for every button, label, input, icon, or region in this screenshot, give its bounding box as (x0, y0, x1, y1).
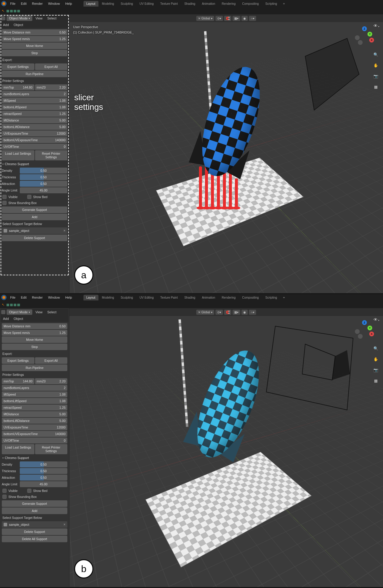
snap-dropdown[interactable]: ▦▾ (232, 310, 240, 315)
field-mmz0[interactable]: mmZ02.20 (35, 378, 68, 384)
btn-add[interactable]: Add (2, 214, 67, 220)
pivot-dropdown[interactable]: ⊙▾ (215, 16, 223, 21)
slider-thickness[interactable]: 0.50 (20, 174, 67, 180)
btn-reset-printer-settings[interactable]: Reset Printer Settings (35, 444, 68, 454)
gizmo-x-axis[interactable]: X (369, 332, 374, 336)
btn-delete-support[interactable]: Delete Support (2, 235, 67, 241)
btn-run-pipeline[interactable]: Run Pipeline (2, 71, 67, 77)
checkbox-visible[interactable] (2, 489, 7, 493)
proportional-toggle[interactable]: ◉ (241, 16, 248, 21)
slider-density[interactable]: 0.50 (20, 168, 67, 174)
btn-add[interactable]: Add (2, 508, 67, 514)
field-retract-speed[interactable]: retractSpeed1.25 (2, 405, 67, 411)
menu-edit[interactable]: Edit (19, 295, 29, 300)
tab-modeling[interactable]: Modeling (99, 1, 117, 7)
gizmo-z-axis[interactable]: Z (362, 320, 367, 325)
field-lift-distance[interactable]: liftDistance5.00 (2, 411, 67, 417)
visibility-toggles-icon[interactable]: 👁 (373, 317, 379, 322)
tab-texture-paint[interactable]: Texture Paint (157, 295, 181, 300)
field-uv-exposure-time[interactable]: UVExposureTime12000 (2, 424, 67, 430)
tab-uv-editing[interactable]: UV Editing (136, 1, 156, 7)
tab-compositing[interactable]: Compositing (239, 295, 262, 300)
btn-reset-printer-settings[interactable]: Reset Printer Settings (35, 150, 68, 160)
snap-toggle[interactable]: 🧲 (224, 16, 231, 21)
field-bottom-uv-exposure-time[interactable]: bottomUVExposureTime140000 (2, 431, 67, 437)
add-workspace-icon[interactable]: + (281, 294, 287, 300)
hdr-object[interactable]: Object (12, 22, 25, 28)
mode-dropdown[interactable]: Object Mode (7, 309, 32, 315)
viewport-3d[interactable]: ⤧ Global ▾ ⊙▾ 🧲 ▦▾ ◉ ∩▾ User Perspective… (69, 14, 383, 293)
add-workspace-icon[interactable]: + (281, 1, 287, 7)
menu-window[interactable]: Window (46, 1, 62, 6)
field-mmtop[interactable]: mmTop144.80 (2, 84, 34, 90)
checkbox-show-bed[interactable] (27, 489, 31, 493)
slider-attraction[interactable]: 0.50 (20, 475, 67, 481)
field-move-distance[interactable]: Move Distance mm0.50 (2, 29, 67, 35)
tab-layout[interactable]: Layout (83, 295, 98, 300)
menu-help[interactable]: Help (63, 1, 75, 6)
slider-angle-limit[interactable]: 45.00 (20, 187, 67, 193)
menu-render[interactable]: Render (30, 1, 45, 6)
snap-icons[interactable]: ▦▦▦▦ (6, 303, 21, 307)
orientation-dropdown[interactable]: ⤧ Global ▾ (196, 16, 214, 21)
btn-export-all[interactable]: Export All (35, 63, 68, 70)
gizmo-y-axis[interactable]: Y (367, 326, 372, 330)
cursor-tool-icon[interactable]: ↖ (2, 303, 4, 307)
clear-target-icon[interactable]: × (63, 229, 66, 233)
tab-uv-editing[interactable]: UV Editing (136, 295, 156, 300)
hdr-view[interactable]: View (34, 16, 44, 21)
proportional-dropdown[interactable]: ∩▾ (249, 16, 256, 21)
field-mmtop[interactable]: mmTop144.80 (2, 378, 34, 384)
tab-sculpting[interactable]: Sculpting (118, 1, 136, 7)
field-bottom-lift-speed[interactable]: bottomLiftSpeed1.08 (2, 104, 67, 110)
field-lift-speed[interactable]: liftSpeed1.08 (2, 98, 67, 104)
menu-render[interactable]: Render (30, 295, 45, 300)
btn-generate-support[interactable]: Generate Support (2, 206, 67, 213)
target-object-row[interactable]: sample_object × (2, 227, 67, 234)
tab-animation[interactable]: Animation (199, 295, 218, 300)
pan-icon[interactable]: ✋ (372, 355, 380, 363)
pan-icon[interactable]: ✋ (372, 61, 380, 69)
field-uv-off-time[interactable]: UVOffTime0 (2, 144, 67, 150)
gizmo-neg-axis[interactable] (358, 334, 363, 339)
tab-scripting[interactable]: Scripting (262, 295, 280, 300)
field-bottom-lift-distance[interactable]: bottomLiftDistance5.00 (2, 124, 67, 130)
tab-shading[interactable]: Shading (181, 295, 198, 300)
checkbox-show-bed[interactable] (27, 195, 31, 199)
navigation-gizmo[interactable]: Z Y X (355, 320, 374, 339)
btn-delete-support[interactable]: Delete Support (2, 528, 67, 535)
gizmo-x-axis[interactable]: X (369, 38, 374, 42)
target-object-row[interactable]: sample_object × (2, 521, 67, 528)
tab-rendering[interactable]: Rendering (219, 295, 238, 300)
checkbox-visible[interactable] (2, 195, 7, 199)
camera-icon[interactable]: 📷 (372, 72, 380, 80)
btn-move-home[interactable]: Move Home (2, 42, 67, 49)
zoom-icon[interactable]: 🔍 (372, 344, 380, 353)
visibility-toggles-icon[interactable]: 👁 (373, 23, 379, 28)
btn-delete-all-support[interactable]: Delete All Support (2, 536, 67, 542)
btn-export-settings[interactable]: Export Settings (2, 63, 34, 70)
viewport-3d[interactable]: ⤧ Global ▾ ⊙▾ 🧲 ▦▾ ◉ ∩▾ 👁 Z Y X 🔍 ✋ 📷 ▦ (69, 308, 383, 587)
field-mmz0[interactable]: mmZ02.20 (35, 84, 68, 90)
slider-attraction[interactable]: 0.50 (20, 181, 67, 187)
hdr-object[interactable]: Object (12, 316, 25, 321)
tab-compositing[interactable]: Compositing (239, 1, 262, 7)
hdr-view[interactable]: View (34, 309, 44, 315)
tab-modeling[interactable]: Modeling (99, 295, 117, 300)
tab-scripting[interactable]: Scripting (262, 1, 280, 7)
field-bottom-uv-exposure-time[interactable]: bottomUVExposureTime140000 (2, 137, 67, 143)
section-chromo-support[interactable]: Chromo Support (2, 455, 67, 461)
tab-sculpting[interactable]: Sculpting (118, 295, 136, 300)
btn-move-home[interactable]: Move Home (2, 336, 67, 343)
field-move-speed[interactable]: Move Speed mm/s1.25 (2, 36, 67, 42)
field-lift-distance[interactable]: liftDistance5.00 (2, 117, 67, 123)
camera-icon[interactable]: 📷 (372, 366, 380, 374)
slider-angle-limit[interactable]: 45.00 (20, 481, 67, 487)
zoom-icon[interactable]: 🔍 (372, 50, 380, 59)
section-chromo-support[interactable]: Chromo Support (2, 161, 67, 167)
gizmo-z-axis[interactable]: Z (362, 26, 367, 31)
hdr-select[interactable]: Select (45, 309, 58, 315)
menu-file[interactable]: File (8, 295, 18, 300)
gizmo-y-axis[interactable]: Y (367, 32, 372, 37)
field-num-bottom-layers[interactable]: numBottomLayers2 (2, 385, 67, 391)
